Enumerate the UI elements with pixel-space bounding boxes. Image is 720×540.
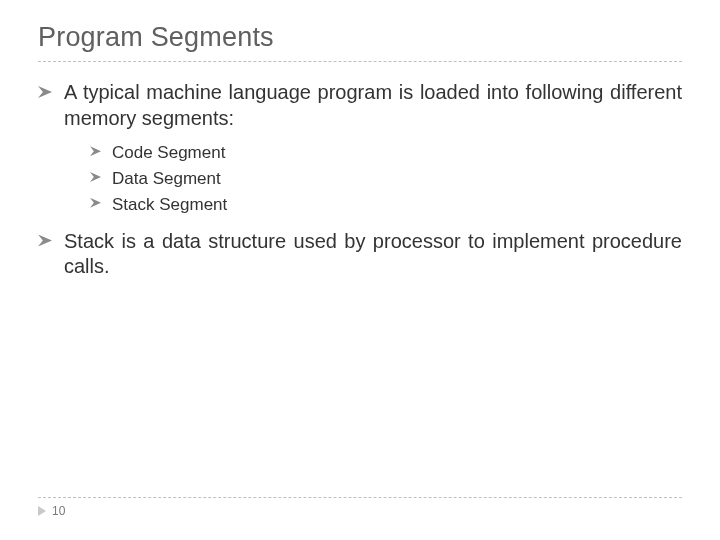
sub-bullet-item: Data Segment bbox=[90, 167, 682, 191]
slide-footer: 10 bbox=[38, 497, 682, 518]
slide: Program Segments A typical machine langu… bbox=[0, 0, 720, 540]
bullet-text: Stack is a data structure used by proces… bbox=[64, 230, 682, 278]
page-number-value: 10 bbox=[52, 504, 65, 518]
page-number-marker-icon bbox=[38, 506, 46, 516]
page-number: 10 bbox=[38, 504, 682, 518]
bullet-item: A typical machine language program is lo… bbox=[38, 80, 682, 217]
slide-title: Program Segments bbox=[38, 22, 682, 53]
bullet-text: A typical machine language program is lo… bbox=[64, 81, 682, 129]
title-divider bbox=[38, 61, 682, 62]
bullet-item: Stack is a data structure used by proces… bbox=[38, 229, 682, 280]
sub-bullet-item: Stack Segment bbox=[90, 193, 682, 217]
sub-bullet-list: Code Segment Data Segment Stack Segment bbox=[64, 141, 682, 216]
sub-bullet-item: Code Segment bbox=[90, 141, 682, 165]
bullet-list: A typical machine language program is lo… bbox=[38, 80, 682, 280]
slide-content: A typical machine language program is lo… bbox=[38, 80, 682, 280]
footer-divider bbox=[38, 497, 682, 498]
